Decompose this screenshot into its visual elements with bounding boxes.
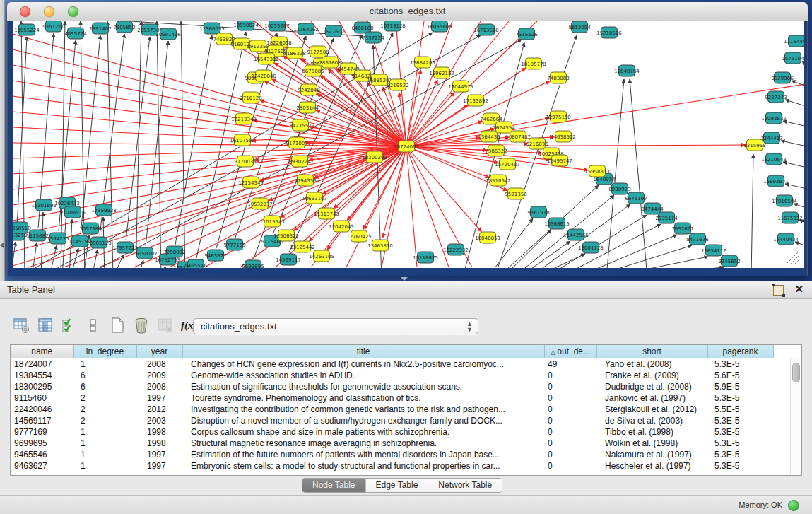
row-height-button[interactable]	[82, 315, 105, 336]
cell-pagerank[interactable]: 5.3E-5	[707, 358, 773, 370]
cell-pagerank[interactable]: 5.6E-5	[707, 370, 773, 381]
cell-year[interactable]: 1997	[136, 449, 182, 460]
tab-edge-table[interactable]: Edge Table	[366, 479, 429, 492]
citation-edge-black[interactable]	[783, 121, 804, 127]
cell-short[interactable]: Stergiakouli et al. (2012)	[596, 404, 707, 415]
network-view-window[interactable]: citations_edges.txt 18055224935121040557…	[7, 2, 808, 276]
cell-pagerank[interactable]: 5.3E-5	[707, 415, 773, 426]
citation-edge-black[interactable]	[608, 257, 708, 268]
cell-name[interactable]: 14569117	[11, 415, 73, 426]
cell-short[interactable]: Jankovic et al. (1997)	[596, 392, 707, 404]
citation-edge-red[interactable]	[13, 146, 406, 205]
cell-pagerank[interactable]: 5.3E-5	[707, 392, 773, 404]
cell-in_degree[interactable]: 6	[73, 370, 136, 381]
cell-title[interactable]: Embryonic stem cells: a model to study s…	[182, 460, 544, 472]
table-row[interactable]: 946362711997Embryonic stem cells: a mode…	[11, 460, 773, 472]
cell-short[interactable]: Wolkin et al. (1998)	[596, 438, 707, 449]
citation-edge-black[interactable]	[157, 21, 161, 268]
cell-title[interactable]: Investigating the contribution of common…	[182, 404, 544, 415]
cell-year[interactable]: 1997	[136, 392, 182, 404]
citation-edge-red[interactable]	[406, 83, 804, 146]
citation-edge-red[interactable]	[406, 146, 417, 267]
scrollbar-thumb[interactable]	[792, 363, 800, 382]
cell-in_degree[interactable]: 1	[73, 460, 136, 472]
citation-edge-red[interactable]	[406, 21, 452, 146]
citation-edge-red[interactable]	[13, 146, 406, 158]
citation-edge-black[interactable]	[49, 245, 57, 268]
cell-name[interactable]: 19384554	[11, 370, 73, 381]
cell-short[interactable]: Dudbridge et al. (2008)	[596, 381, 707, 392]
citation-edge-black[interactable]	[159, 267, 166, 268]
cell-pagerank[interactable]: 5.3E-5	[707, 426, 773, 438]
citation-edge-red[interactable]	[406, 146, 449, 267]
cell-out[interactable]: 49	[544, 358, 596, 370]
cell-pagerank[interactable]: 5.3E-5	[707, 449, 773, 460]
citation-edge-black[interactable]	[630, 79, 647, 268]
column-header-pagerank[interactable]: pagerank	[707, 345, 773, 358]
cell-name[interactable]: 9115460	[11, 392, 73, 404]
cell-out[interactable]: 0	[544, 381, 596, 392]
tab-network-table[interactable]: Network Table	[428, 479, 502, 492]
cell-short[interactable]: Franke et al. (2009)	[596, 370, 707, 381]
cell-year[interactable]: 2012	[136, 404, 182, 415]
cell-name[interactable]: 9465546	[11, 449, 73, 460]
column-header-out[interactable]: △ out_de...	[544, 345, 596, 358]
cell-out[interactable]: 0	[544, 392, 596, 404]
tab-node-table[interactable]: Node Table	[302, 479, 366, 492]
network-window-titlebar[interactable]: citations_edges.txt	[7, 2, 808, 21]
citation-edge-black[interactable]	[795, 242, 804, 247]
column-header-title[interactable]: title	[182, 345, 544, 358]
cell-title[interactable]: Genome-wide association studies in ADHD.	[182, 370, 544, 381]
citation-edge-black[interactable]	[13, 242, 16, 268]
node-table-container[interactable]: namein_degreeyeartitle△ out_de...shortpa…	[10, 344, 802, 476]
table-row[interactable]: 1872400712008Changes of HCN gene express…	[11, 358, 773, 370]
citation-edge-black[interactable]	[792, 81, 804, 88]
left-panel-collapsed-strip[interactable]	[0, 0, 5, 281]
cell-out[interactable]: 0	[544, 370, 596, 381]
cell-name[interactable]: 9699695	[11, 438, 73, 449]
cell-name[interactable]: 9777169	[11, 426, 73, 438]
cell-name[interactable]: 18300295	[11, 381, 73, 392]
cell-year[interactable]: 1998	[136, 426, 182, 438]
column-header-name[interactable]: name	[11, 345, 73, 358]
cell-year[interactable]: 1998	[136, 438, 182, 449]
cell-in_degree[interactable]: 2	[73, 392, 136, 404]
citation-edge-red[interactable]	[13, 146, 406, 189]
cell-pagerank[interactable]: 5.9E-5	[707, 381, 773, 392]
select-columns-button[interactable]	[58, 315, 81, 336]
cell-in_degree[interactable]: 2	[73, 415, 136, 426]
citation-edge-black[interactable]	[136, 21, 141, 268]
cell-out[interactable]: 0	[544, 449, 596, 460]
column-selector-button[interactable]	[34, 315, 57, 336]
table-row[interactable]: 1456911722003Disruption of a novel membe…	[11, 415, 773, 426]
citation-edge-red[interactable]	[406, 146, 481, 232]
citation-edge-black[interactable]	[802, 61, 804, 69]
cell-pagerank[interactable]: 5.5E-5	[707, 404, 773, 415]
table-row[interactable]: 977716911998Corpus callosum shape and si…	[11, 426, 773, 438]
new-table-button[interactable]	[106, 315, 129, 336]
citation-edge-red[interactable]	[406, 146, 490, 177]
cell-in_degree[interactable]: 6	[73, 381, 136, 392]
cell-in_degree[interactable]: 1	[73, 449, 136, 460]
citation-edge-black[interactable]	[794, 204, 804, 209]
cell-year[interactable]: 2003	[136, 415, 182, 426]
column-header-in_degree[interactable]: in_degree	[73, 345, 136, 358]
cell-out[interactable]: 0	[544, 404, 596, 415]
cell-out[interactable]: 0	[544, 460, 596, 472]
memory-status-indicator[interactable]	[788, 500, 799, 511]
vertical-scrollbar[interactable]	[790, 358, 800, 475]
cell-pagerank[interactable]: 5.3E-5	[707, 460, 773, 472]
citation-edge-black[interactable]	[785, 100, 804, 107]
cell-title[interactable]: Structural magnetic resonance image aver…	[182, 438, 544, 449]
cell-name[interactable]: 9463627	[11, 460, 73, 472]
table-row[interactable]: 946554611997Estimation of the future num…	[11, 449, 773, 460]
cell-in_degree[interactable]: 1	[73, 358, 136, 370]
table-row[interactable]: 911546021997Tourette syndrome. Phenomeno…	[11, 392, 773, 404]
cell-title[interactable]: Corpus callosum shape and size in male p…	[182, 426, 544, 438]
cell-title[interactable]: Estimation of the future numbers of pati…	[182, 449, 544, 460]
delete-table-button[interactable]	[130, 315, 153, 336]
cell-in_degree[interactable]: 1	[73, 426, 136, 438]
citation-edge-black[interactable]	[146, 41, 168, 246]
network-canvas-holder[interactable]: 1805522493512104055724189140779058522053…	[13, 21, 804, 268]
cell-out[interactable]: 0	[544, 415, 596, 426]
